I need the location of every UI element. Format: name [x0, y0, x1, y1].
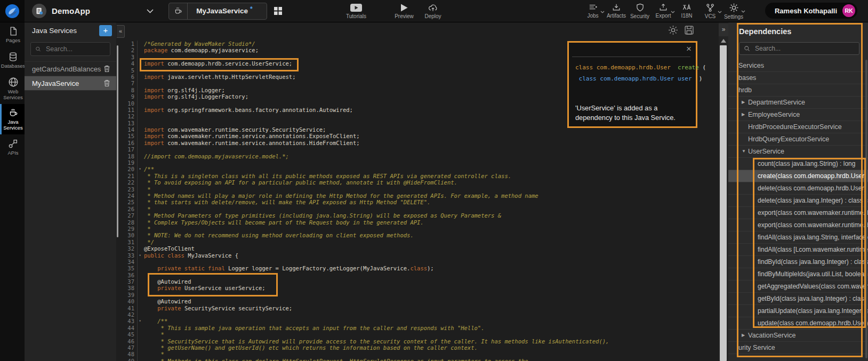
method-item-export[interactable]: export(class com.wavemaker.runtime.data.	[728, 219, 868, 231]
code-token: * To avoid exposing an API for a particu…	[144, 179, 457, 186]
wavemaker-logo[interactable]	[0, 0, 25, 22]
tree-node-vacationservice[interactable]: ▶VacationService	[728, 330, 868, 342]
artifacts-button[interactable]: Artifacts	[606, 3, 627, 19]
expand-panel-button[interactable]: »	[719, 23, 728, 36]
tree-node-hrdbqueryexecutorservice[interactable]: HrdbQueryExecutorService	[728, 133, 868, 146]
tree-node-hrdb[interactable]: hrdb	[728, 84, 868, 97]
fold-gutter	[138, 206, 142, 212]
method-item-findbyid[interactable]: findById(class java.lang.Integer) : clas…	[728, 256, 868, 268]
settings-button[interactable]: Settings	[723, 3, 744, 20]
pages-icon	[8, 26, 18, 36]
method-item-create[interactable]: create(class com.demoapp.hrdb.User) : cl…	[728, 170, 868, 182]
chevron-collapsed-icon[interactable]: ▶	[742, 97, 748, 108]
tree-node-bases[interactable]: bases	[728, 72, 868, 84]
code-token: import	[144, 93, 164, 100]
method-item-findbymultipleids[interactable]: findByMultipleIds(java.util.List, boolea…	[728, 268, 868, 280]
fold-marker-icon[interactable]: ▾	[138, 166, 142, 172]
sidebar-item-web-services[interactable]: Web Services	[0, 73, 25, 104]
service-item-getcardsandbalances[interactable]: getCardsAndBalances	[25, 61, 116, 76]
line-number: 20	[116, 166, 138, 172]
code-text: * that starts with delete/remove, will m…	[142, 199, 430, 205]
code-text: @ExposeToClient	[142, 245, 195, 252]
dependencies-search[interactable]	[739, 42, 859, 55]
fold-gutter	[138, 140, 142, 146]
project-selector[interactable]: DemoApp	[25, 4, 160, 18]
code-token: org.slf4j.Logger;	[164, 87, 225, 93]
dependencies-scrollbar[interactable]	[865, 60, 867, 358]
method-item-export[interactable]: export(class com.wavemaker.runtime.data.	[728, 207, 868, 219]
scroll-up-arrow-icon[interactable]	[721, 39, 726, 43]
fold-gutter	[138, 358, 142, 361]
jobs-button[interactable]: Jobs	[582, 3, 604, 19]
left-panel-scrollbar[interactable]	[117, 45, 118, 237]
code-token: *	[144, 186, 151, 192]
method-item-findall[interactable]: findAll(class [Lcom.wavemaker.runtime.da…	[728, 244, 868, 256]
chevron-collapsed-icon[interactable]: ▶	[742, 109, 748, 121]
chevron-collapsed-icon[interactable]: ▶	[742, 330, 748, 341]
fold-gutter	[138, 239, 142, 245]
search-icon	[35, 46, 41, 52]
line-number: 14	[116, 126, 138, 133]
save-file-icon[interactable]	[684, 25, 694, 35]
trash-icon[interactable]	[103, 65, 111, 73]
code-text: //import com.demoapp.myjavaservice.model…	[142, 153, 289, 159]
vcs-button[interactable]: VCS	[700, 3, 721, 19]
sidebar-item-apis[interactable]: APIs	[0, 134, 25, 160]
method-item-update[interactable]: update(class com.demoapp.hrdb.User) : cl…	[728, 317, 868, 330]
tree-node-userservice[interactable]: ▼UserService	[728, 146, 868, 158]
tree-node-departmentservice[interactable]: ▶DepartmentService	[728, 97, 868, 109]
security-button[interactable]: Security	[629, 3, 650, 19]
code-text	[142, 159, 144, 166]
tree-node-services[interactable]: Services	[728, 60, 868, 72]
settings-label: Settings	[724, 14, 743, 20]
services-search-input[interactable]	[45, 45, 106, 53]
fold-marker-icon[interactable]: ▾	[138, 252, 142, 259]
method-item-findall[interactable]: findAll(class java.lang.String, interfac…	[728, 231, 868, 244]
collapse-panel-button[interactable]: «	[117, 25, 125, 38]
code-line: 38 private UserService userService;	[116, 285, 719, 291]
line-number: 1	[116, 41, 138, 47]
services-search[interactable]	[30, 42, 110, 56]
method-item-getbyid[interactable]: getById(class java.lang.Integer) : class…	[728, 293, 868, 305]
tree-node-hrdbprocedureexecutorservice[interactable]: HrdbProcedureExecutorService	[728, 121, 868, 133]
fold-gutter	[138, 285, 142, 291]
i18n-button[interactable]: I18N	[676, 3, 697, 19]
method-item-getaggregatedvalues[interactable]: getAggregatedValues(class com.wavemak	[728, 280, 868, 293]
tree-node-urity-service[interactable]: urity Service	[728, 342, 868, 354]
tab-myjavaservice[interactable]: MyJavaService*	[168, 3, 267, 20]
code-token: javax.servlet.http.HttpServletRequest;	[164, 74, 296, 80]
add-service-button[interactable]: +	[99, 25, 112, 36]
method-item-delete[interactable]: delete(class com.demoapp.hrdb.User) : vo…	[728, 182, 868, 195]
deploy-button[interactable]: Deploy	[422, 3, 444, 19]
method-item-delete[interactable]: delete(class java.lang.Integer) : class …	[728, 195, 868, 207]
editor-settings-gear-icon[interactable]	[668, 25, 678, 35]
sidebar-item-databases[interactable]: Databases	[0, 47, 25, 73]
tree-node-employeeservice[interactable]: ▶EmployeeService	[728, 109, 868, 121]
chevron-down-icon[interactable]	[147, 9, 154, 13]
line-number: 47	[116, 344, 138, 351]
service-item-myjavaservice[interactable]: MyJavaService	[25, 76, 116, 91]
code-text: private static final Logger logger = Log…	[142, 265, 434, 271]
sidebar-item-java-services[interactable]: Java Services	[0, 104, 25, 134]
method-label: delete(class java.lang.Integer) : class …	[758, 195, 868, 206]
workspace-grid-icon[interactable]	[271, 4, 285, 18]
editor-scrollbar-thumb[interactable]	[720, 45, 727, 361]
preview-button[interactable]: Preview	[393, 3, 415, 19]
sidebar-item-pages[interactable]: Pages	[0, 22, 25, 47]
line-number: 3	[116, 54, 138, 60]
code-text: *	[142, 206, 151, 212]
chevron-expanded-icon[interactable]: ▼	[742, 146, 748, 157]
trash-icon[interactable]	[103, 79, 111, 87]
method-item-count[interactable]: count(class java.lang.String) : long	[728, 158, 868, 170]
user-menu[interactable]: Ramesh Kothapalli RK	[765, 3, 857, 19]
code-text: /**	[142, 166, 154, 172]
fold-marker-icon[interactable]: ▾	[138, 318, 142, 324]
code-token: /*Generated by WaveMaker Studio*/	[144, 41, 255, 47]
tutorials-button[interactable]: Tutorials	[345, 3, 367, 19]
code-token: public class	[144, 252, 184, 259]
close-icon[interactable]: ×	[686, 44, 692, 54]
method-item-partialupdate[interactable]: partialUpdate(class java.lang.Integer, j…	[728, 305, 868, 317]
dependencies-search-input[interactable]	[754, 44, 836, 53]
export-button[interactable]: Export	[653, 3, 674, 19]
signature-token: create	[678, 64, 699, 71]
